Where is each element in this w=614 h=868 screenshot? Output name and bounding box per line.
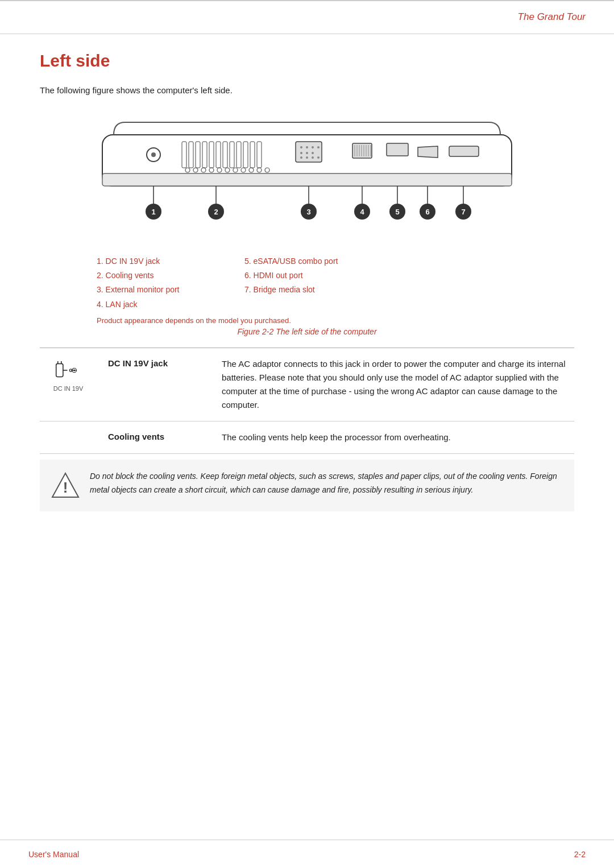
svg-rect-13 bbox=[237, 142, 241, 168]
port-item-4: 4. LAN jack bbox=[97, 297, 244, 312]
port-list: 1. DC IN 19V jack 2. Cooling vents 3. Ex… bbox=[97, 254, 574, 312]
header-title: The Grand Tour bbox=[518, 11, 586, 23]
detail-term-cooling: Cooling vents bbox=[108, 431, 210, 441]
figure-caption: Figure 2-2 The left side of the computer bbox=[40, 327, 574, 336]
warning-text: Do not block the cooling vents. Keep for… bbox=[90, 470, 563, 497]
svg-rect-14 bbox=[243, 142, 248, 168]
detail-table: DC IN 19V DC IN 19V jack The AC adaptor … bbox=[40, 348, 574, 454]
port-item-6: 6. HDMI out port bbox=[244, 268, 381, 283]
svg-text:2: 2 bbox=[214, 208, 218, 216]
product-note: Product appearance depends on the model … bbox=[97, 316, 574, 325]
detail-row-dc: DC IN 19V DC IN 19V jack The AC adaptor … bbox=[40, 348, 574, 421]
svg-rect-12 bbox=[230, 142, 234, 168]
svg-point-25 bbox=[249, 168, 254, 172]
svg-text:!: ! bbox=[63, 479, 68, 496]
svg-point-39 bbox=[312, 156, 314, 159]
svg-point-23 bbox=[233, 168, 238, 172]
warning-box: ! Do not block the cooling vents. Keep f… bbox=[40, 460, 574, 511]
port-item-2: 2. Cooling vents bbox=[97, 268, 244, 283]
svg-point-34 bbox=[300, 152, 302, 154]
svg-point-30 bbox=[300, 146, 302, 148]
svg-text:3: 3 bbox=[306, 208, 310, 216]
svg-rect-1 bbox=[102, 173, 512, 186]
svg-text:5: 5 bbox=[395, 208, 399, 216]
svg-point-37 bbox=[300, 156, 302, 159]
intro-text: The following figure shows the computer'… bbox=[40, 85, 574, 95]
svg-rect-52 bbox=[387, 143, 408, 156]
svg-point-17 bbox=[185, 168, 190, 172]
svg-rect-7 bbox=[196, 142, 200, 168]
port-item-7: 7. Bridge media slot bbox=[244, 283, 381, 297]
page-footer: User's Manual 2-2 bbox=[0, 840, 614, 868]
svg-rect-29 bbox=[296, 142, 322, 162]
page-title: Left side bbox=[40, 51, 574, 74]
svg-point-22 bbox=[225, 168, 230, 172]
svg-point-36 bbox=[312, 152, 314, 154]
dc-icon-col: DC IN 19V bbox=[40, 357, 97, 392]
svg-point-32 bbox=[312, 146, 314, 148]
svg-point-19 bbox=[201, 168, 206, 172]
svg-rect-8 bbox=[202, 142, 207, 168]
svg-rect-6 bbox=[189, 142, 193, 168]
main-content: Left side The following figure shows the… bbox=[0, 34, 614, 557]
svg-rect-11 bbox=[223, 142, 227, 168]
svg-rect-15 bbox=[250, 142, 255, 168]
warning-icon: ! bbox=[51, 471, 80, 501]
svg-point-35 bbox=[306, 152, 308, 154]
dc-in-icon bbox=[53, 359, 83, 383]
port-item-1: 1. DC IN 19V jack bbox=[97, 254, 244, 268]
footer-right-page: 2-2 bbox=[574, 850, 586, 859]
svg-rect-5 bbox=[182, 142, 186, 168]
svg-point-20 bbox=[209, 168, 214, 172]
svg-point-27 bbox=[265, 168, 269, 172]
svg-point-31 bbox=[306, 146, 308, 148]
detail-row-cooling: Cooling vents The cooling vents help kee… bbox=[40, 421, 574, 454]
port-item-5: 5. eSATA/USB combo port bbox=[244, 254, 381, 268]
svg-point-24 bbox=[241, 168, 246, 172]
footer-left-label: User's Manual bbox=[28, 850, 79, 859]
detail-desc-dc: The AC adaptor connects to this jack in … bbox=[222, 357, 574, 412]
cooling-icon-col bbox=[40, 431, 97, 433]
laptop-diagram: 1 2 3 4 5 6 7 bbox=[91, 112, 523, 249]
page-header: The Grand Tour bbox=[0, 0, 614, 34]
svg-rect-42 bbox=[352, 143, 372, 158]
svg-point-3 bbox=[151, 152, 156, 157]
port-list-left: 1. DC IN 19V jack 2. Cooling vents 3. Ex… bbox=[97, 254, 244, 312]
svg-rect-9 bbox=[209, 142, 214, 168]
svg-text:6: 6 bbox=[425, 208, 429, 216]
detail-desc-cooling: The cooling vents help keep the processo… bbox=[222, 431, 574, 444]
svg-text:1: 1 bbox=[151, 208, 155, 216]
svg-rect-71 bbox=[56, 363, 63, 377]
svg-rect-16 bbox=[257, 142, 262, 168]
port-item-3: 3. External monitor port bbox=[97, 283, 244, 297]
svg-point-40 bbox=[317, 156, 320, 159]
svg-point-26 bbox=[257, 168, 262, 172]
svg-point-38 bbox=[306, 156, 308, 159]
svg-rect-55 bbox=[449, 146, 479, 156]
svg-text:4: 4 bbox=[360, 208, 364, 216]
svg-point-33 bbox=[317, 146, 320, 148]
diagram-svg: 1 2 3 4 5 6 7 bbox=[91, 112, 523, 249]
svg-text:7: 7 bbox=[461, 208, 465, 216]
dc-icon-label: DC IN 19V bbox=[53, 385, 84, 392]
svg-point-18 bbox=[193, 168, 198, 172]
svg-rect-10 bbox=[216, 142, 221, 168]
port-list-right: 5. eSATA/USB combo port 6. HDMI out port… bbox=[244, 254, 381, 312]
svg-point-21 bbox=[217, 168, 222, 172]
detail-term-dc: DC IN 19V jack bbox=[108, 357, 210, 368]
